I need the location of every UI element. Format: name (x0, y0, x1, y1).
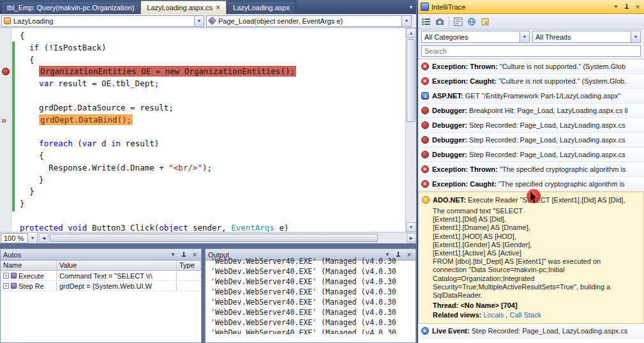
code-line[interactable] (20, 126, 405, 138)
code-line[interactable] (20, 90, 405, 102)
exception-event-icon (421, 180, 429, 188)
categories-filter-dropdown[interactable]: All Categories (421, 31, 530, 43)
event-item[interactable]: Exception: Caught: "The specified crypto… (418, 177, 644, 192)
event-text: Exception: Thrown: "Culture is not suppo… (432, 63, 643, 70)
close-icon[interactable] (405, 251, 413, 259)
tab-1[interactable]: tbl_Emp: Query(makvin-pc.Organization) (1, 1, 140, 14)
column-header-value[interactable]: Value (57, 261, 177, 270)
column-header-type[interactable]: Type (177, 261, 201, 270)
camera-icon[interactable] (434, 16, 446, 27)
event-text: Debugger: Step Recorded: Page_Load, Lazy… (432, 151, 643, 158)
autos-row[interactable]: Step RegrdDept = {System.Web.UI.W (1, 281, 201, 291)
dropdown-arrow-icon[interactable] (631, 32, 640, 42)
code-line[interactable]: OrganizationEntities OE = new Organizati… (20, 66, 405, 78)
related-view-link-locals[interactable]: Locals (483, 311, 504, 319)
event-item[interactable]: Debugger: Step Recorded: Page_Load, Lazy… (418, 148, 644, 162)
column-header-name[interactable]: Name (1, 261, 57, 270)
code-line[interactable]: } (20, 186, 405, 198)
zoom-control[interactable]: 100 % (1, 233, 38, 243)
event-item[interactable]: ASP.NET: GET "/EntityFramework Part-1/La… (418, 89, 644, 103)
pin-icon[interactable] (180, 251, 188, 259)
code-text[interactable]: { if (!IsPostBack) { OrganizationEntitie… (16, 28, 405, 232)
dropdown-arrow-icon[interactable] (520, 32, 529, 42)
document-tabstrip: tbl_Emp: Query(makvin-pc.Organization)La… (0, 0, 416, 14)
events-list-icon[interactable] (421, 16, 432, 27)
hscroll-thumb[interactable] (50, 234, 378, 242)
intellitrace-titlebar[interactable]: IntelliTrace (418, 0, 644, 14)
window-position-icon[interactable] (612, 3, 620, 11)
scroll-down-icon[interactable] (406, 222, 416, 232)
pin-icon[interactable] (623, 3, 631, 11)
vscroll-thumb[interactable] (407, 39, 416, 122)
expand-icon[interactable] (3, 273, 9, 278)
editor-hscrollbar[interactable] (39, 232, 416, 243)
code-line[interactable]: grdDept.DataSource = result; (20, 102, 405, 114)
autos-panel-header[interactable]: Autos (1, 249, 201, 261)
event-item[interactable]: Exception: Thrown: "Culture is not suppo… (418, 59, 644, 74)
editor-navigation-bar: LazyLoading Page_Load(object sender, Eve… (0, 14, 416, 28)
event-text: Live Event: Step Recorded: Page_Load, La… (432, 327, 643, 335)
globe-icon[interactable] (466, 16, 477, 27)
scroll-left-icon[interactable] (39, 233, 49, 243)
output-log[interactable]: 'WebDev.WebServer40.EXE' (Managed (v4.0.… (206, 256, 416, 334)
tab-2[interactable]: LazyLoading.aspx.cs (140, 1, 227, 14)
related-view-link-call-stack[interactable]: Call Stack (509, 311, 541, 319)
search-input[interactable] (421, 45, 641, 57)
event-item[interactable]: Debugger: Step Recorded: Page_Load, Lazy… (418, 118, 644, 133)
event-item[interactable]: Exception: Thrown: "The specified crypto… (418, 162, 644, 177)
code-line[interactable] (20, 210, 405, 222)
breakpoint-icon[interactable] (2, 68, 10, 75)
event-item[interactable]: Debugger: Step Recorded: Page_Load, Lazy… (418, 133, 644, 148)
code-line[interactable]: protected void Button3_Click(object send… (20, 222, 405, 232)
event-item[interactable]: Live Event: Step Recorded: Page_Load, La… (418, 324, 644, 339)
breakpoint-gutter[interactable] (0, 28, 11, 232)
dropdown-arrow-icon[interactable] (401, 16, 411, 26)
autos-panel: Autos NameValueType ExecuteCommand Text … (0, 248, 202, 343)
window-position-icon[interactable] (169, 251, 177, 259)
types-dropdown[interactable]: LazyLoading (1, 15, 204, 27)
tab-list-dropdown-icon[interactable] (406, 1, 416, 14)
code-line[interactable]: grdDept.DataBind(); (20, 114, 405, 126)
close-icon[interactable] (191, 251, 198, 259)
members-dropdown[interactable]: Page_Load(object sender, EventArgs e) (206, 15, 412, 27)
close-icon[interactable] (216, 4, 220, 11)
aspnet-event-icon (421, 92, 429, 100)
code-line[interactable]: } (20, 198, 405, 210)
intellitrace-event-list[interactable]: Exception: Thrown: "Culture is not suppo… (418, 59, 644, 343)
calls-view-icon[interactable] (453, 16, 464, 27)
zoom-value: 100 % (1, 234, 27, 242)
code-line[interactable]: var result = OE.tbl_Dept; (20, 78, 405, 90)
dropdown-arrow-icon[interactable] (194, 16, 204, 26)
event-text: Debugger: Step Recorded: Page_Load, Lazy… (432, 121, 643, 129)
event-item[interactable]: Debugger: Breakpoint Hit: Page_Load, Laz… (418, 103, 644, 118)
close-icon[interactable] (634, 3, 641, 11)
code-line[interactable]: if (!IsPostBack) (20, 42, 405, 54)
code-line[interactable]: { (20, 54, 405, 66)
dropdown-arrow-icon[interactable] (27, 233, 37, 243)
autos-row[interactable]: ExecuteCommand Text = "SELECT \r\ (1, 271, 201, 281)
threads-filter-dropdown[interactable]: All Threads (532, 31, 641, 43)
scroll-up-icon[interactable] (406, 28, 416, 38)
tab-3[interactable]: LazyLoading.aspx (227, 1, 296, 14)
event-item-expanded[interactable]: ADO.NET: Execute Reader "SELECT [Extent1… (418, 192, 644, 324)
code-line[interactable]: Response.Write(d.Dname + "<br/>"); (20, 162, 405, 174)
autos-value: Command Text = "SELECT \r\ (57, 271, 177, 280)
editor-vscrollbar[interactable] (405, 28, 416, 232)
pin-icon[interactable] (394, 251, 402, 259)
event-text: Debugger: Step Recorded: Page_Load, Lazy… (432, 136, 643, 144)
event-item[interactable]: ADO.NET: Execute Reader "SELECT [Extent1… (419, 192, 643, 207)
code-line[interactable]: } (20, 174, 405, 187)
code-line[interactable]: foreach (var d in result) (20, 138, 405, 150)
change-tracking-bar (12, 42, 15, 211)
event-item[interactable]: Exception: Caught: "Culture is not suppo… (418, 74, 644, 89)
code-line[interactable]: { (20, 150, 405, 162)
export-icon[interactable] (479, 16, 491, 27)
intellitrace-title: IntelliTrace (431, 3, 610, 11)
code-editor[interactable]: { if (!IsPostBack) { OrganizationEntitie… (0, 28, 416, 232)
event-thread: Thread: <No Name> [704] (433, 301, 641, 310)
scroll-right-icon[interactable] (407, 233, 416, 243)
output-line: 'WebDev.WebServer40.EXE' (Managed (v4.0.… (211, 277, 416, 287)
autos-column-headers: NameValueType (1, 261, 201, 271)
code-line[interactable]: { (20, 30, 405, 42)
expand-icon[interactable] (3, 283, 9, 289)
